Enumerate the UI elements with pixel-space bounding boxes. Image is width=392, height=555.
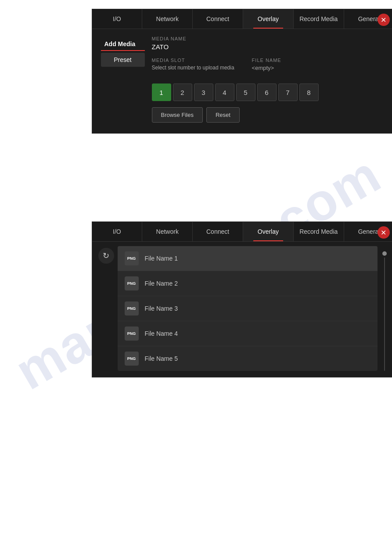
png-icon-4: PNG (125, 326, 139, 341)
file-item-4[interactable]: PNG File Name 4 (118, 321, 378, 346)
scroll-track (384, 258, 385, 371)
slot-btn-2[interactable]: 2 (173, 83, 192, 101)
png-icon-5: PNG (125, 352, 139, 366)
slot-btn-7[interactable]: 7 (278, 83, 298, 101)
main-area-1: MEDIA NAME ZATO MEDIA SLOT Select slot n… (145, 36, 385, 123)
slot-btn-3[interactable]: 3 (194, 83, 213, 101)
file-name-value: <empty> (252, 65, 281, 71)
file-name-4: File Name 4 (145, 330, 178, 337)
file-name-3: File Name 3 (145, 305, 178, 312)
close-button-2[interactable]: ✕ (378, 226, 390, 239)
back-button[interactable]: ↻ (98, 248, 114, 264)
sidebar-main-layout: Add Media Preset MEDIA NAME ZATO MEDIA S… (101, 36, 385, 123)
file-item-5[interactable]: PNG File Name 5 (118, 346, 378, 371)
action-buttons-1: Browse Files Reset (152, 107, 385, 123)
media-slot-description: Select slot number to upload media (152, 65, 234, 71)
scrollbar-area (381, 246, 388, 371)
file-list: PNG File Name 1 PNG File Name 2 PNG File… (118, 246, 378, 371)
file-item-1[interactable]: PNG File Name 1 (118, 246, 378, 271)
tab-network-2[interactable]: Network (142, 222, 193, 241)
file-item-2[interactable]: PNG File Name 2 (118, 271, 378, 296)
panel-1: I/O Network Connect Overlay Record Media… (92, 9, 392, 134)
file-name-5: File Name 5 (145, 355, 178, 362)
tab-io-1[interactable]: I/O (92, 9, 143, 29)
slot-filename-row: MEDIA SLOT Select slot number to upload … (152, 58, 385, 78)
sidebar-1: Add Media Preset (101, 36, 145, 123)
media-name-label: MEDIA NAME (152, 36, 385, 41)
file-name-label: FILE NAME (252, 58, 281, 63)
media-name-value: ZATO (152, 43, 385, 51)
tab-record-media-1[interactable]: Record Media (294, 9, 344, 29)
sidebar-add-media[interactable]: Add Media (101, 36, 145, 51)
png-icon-1: PNG (125, 251, 139, 265)
file-name-col: FILE NAME <empty> (252, 58, 281, 78)
close-button-1[interactable]: ✕ (378, 14, 390, 26)
tab-record-media-2[interactable]: Record Media (294, 222, 344, 241)
scroll-thumb[interactable] (382, 251, 387, 256)
file-list-area: ↻ PNG File Name 1 PNG File Name 2 PNG Fi… (92, 242, 392, 377)
browse-files-button[interactable]: Browse Files (152, 107, 203, 123)
reset-button[interactable]: Reset (206, 107, 240, 123)
gap-area (0, 134, 392, 221)
panel-2: I/O Network Connect Overlay Record Media… (92, 221, 392, 377)
slot-btn-6[interactable]: 6 (257, 83, 277, 101)
png-icon-3: PNG (125, 301, 139, 316)
tab-overlay-2[interactable]: Overlay (243, 222, 294, 241)
file-name-2: File Name 2 (145, 280, 178, 287)
slot-btn-5[interactable]: 5 (236, 83, 255, 101)
file-name-1: File Name 1 (145, 255, 178, 262)
slot-btn-1[interactable]: 1 (152, 83, 171, 101)
tab-overlay-1[interactable]: Overlay (243, 9, 294, 29)
slot-btn-4[interactable]: 4 (215, 83, 234, 101)
slot-buttons: 1 2 3 4 5 6 7 8 (152, 83, 385, 101)
png-icon-2: PNG (125, 276, 139, 290)
tab-connect-2[interactable]: Connect (193, 222, 243, 241)
slot-btn-8[interactable]: 8 (299, 83, 319, 101)
tab-io-2[interactable]: I/O (92, 222, 143, 241)
media-slot-col: MEDIA SLOT Select slot number to upload … (152, 58, 234, 78)
file-item-3[interactable]: PNG File Name 3 (118, 296, 378, 321)
tab-bar-1: I/O Network Connect Overlay Record Media… (92, 9, 392, 29)
sidebar-preset[interactable]: Preset (101, 53, 145, 67)
tab-connect-1[interactable]: Connect (193, 9, 243, 29)
panel-1-content: Add Media Preset MEDIA NAME ZATO MEDIA S… (92, 29, 392, 133)
media-slot-label: MEDIA SLOT (152, 58, 234, 63)
tab-bar-2: I/O Network Connect Overlay Record Media… (92, 222, 392, 242)
tab-network-1[interactable]: Network (142, 9, 193, 29)
